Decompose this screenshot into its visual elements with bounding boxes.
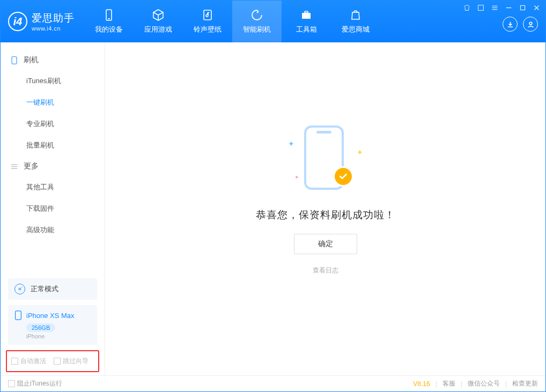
mode-label: 正常模式 bbox=[31, 284, 58, 294]
sidebar-item-advanced[interactable]: 高级功能 bbox=[1, 219, 105, 241]
nav-label: 应用游戏 bbox=[144, 25, 172, 34]
version-label: V8.16 bbox=[413, 380, 430, 388]
nav-label: 工具箱 bbox=[296, 25, 317, 34]
svg-rect-14 bbox=[12, 56, 17, 64]
checkbox-skip-wizard[interactable]: 跳过向导 bbox=[54, 357, 88, 366]
nav-tab-ringtone[interactable]: 铃声壁纸 bbox=[183, 1, 232, 42]
toolbox-icon bbox=[300, 9, 313, 21]
header-right bbox=[463, 1, 545, 32]
sidebar-item-download-firmware[interactable]: 下载固件 bbox=[1, 198, 105, 219]
sidebar-item-pro-flash[interactable]: 专业刷机 bbox=[1, 113, 105, 135]
refresh-icon bbox=[250, 9, 263, 21]
phone-icon bbox=[102, 9, 115, 21]
music-icon bbox=[201, 9, 214, 21]
svg-rect-20 bbox=[16, 311, 21, 320]
maximize-icon[interactable] bbox=[519, 4, 526, 11]
mode-icon bbox=[14, 284, 25, 294]
success-message: 恭喜您，保资料刷机成功啦！ bbox=[256, 208, 395, 222]
nav-tab-device[interactable]: 我的设备 bbox=[84, 1, 134, 42]
check-badge-icon bbox=[333, 166, 353, 187]
svg-rect-3 bbox=[302, 13, 311, 19]
link-check-update[interactable]: 检查更新 bbox=[512, 379, 538, 388]
svg-rect-10 bbox=[520, 5, 525, 10]
sparkle-icon: ✦ bbox=[294, 174, 299, 180]
checkbox-auto-activate[interactable]: 自动激活 bbox=[11, 357, 46, 366]
header-bar: i4 爱思助手 www.i4.cn 我的设备 应用游戏 铃声壁纸 bbox=[1, 1, 545, 42]
nav-tab-apps[interactable]: 应用游戏 bbox=[134, 1, 183, 42]
app-logo: i4 爱思助手 www.i4.cn bbox=[1, 1, 84, 42]
bag-icon bbox=[349, 9, 362, 21]
user-button[interactable] bbox=[523, 17, 538, 32]
sidebar-item-itunes-flash[interactable]: iTunes刷机 bbox=[1, 70, 105, 92]
device-name: iPhone XS Max bbox=[26, 312, 75, 320]
sidebar-item-other-tools[interactable]: 其他工具 bbox=[1, 176, 105, 198]
main-panel: ✦ ✦ ✦ 恭喜您，保资料刷机成功啦！ 确定 查看日志 bbox=[105, 42, 545, 375]
phone-small-icon bbox=[10, 56, 18, 64]
svg-rect-4 bbox=[305, 11, 308, 13]
nav-label: 铃声壁纸 bbox=[194, 25, 222, 34]
nav-tab-store[interactable]: 爱思商城 bbox=[331, 1, 380, 42]
device-storage: 256GB bbox=[26, 323, 55, 332]
menu-icon[interactable] bbox=[491, 4, 498, 11]
logo-mark-icon: i4 bbox=[8, 12, 27, 31]
list-icon bbox=[10, 162, 18, 171]
svg-rect-5 bbox=[478, 5, 483, 10]
status-bar: 阻止iTunes运行 V8.16 | 客服 | 微信公众号 | 检查更新 bbox=[1, 375, 545, 391]
app-url: www.i4.cn bbox=[32, 25, 75, 32]
window-controls bbox=[463, 4, 540, 11]
body: 刷机 iTunes刷机 一键刷机 专业刷机 批量刷机 更多 其他工具 下载固件 … bbox=[1, 42, 545, 375]
view-log-link[interactable]: 查看日志 bbox=[313, 266, 338, 275]
highlighted-options: 自动激活 跳过向导 bbox=[6, 350, 99, 372]
group-title: 刷机 bbox=[24, 55, 39, 65]
svg-point-19 bbox=[21, 287, 22, 287]
nav-tab-toolbox[interactable]: 工具箱 bbox=[282, 1, 331, 42]
sparkle-icon: ✦ bbox=[288, 139, 294, 148]
checkbox-icon bbox=[54, 358, 61, 365]
nav-label: 我的设备 bbox=[95, 25, 123, 34]
nav-label: 爱思商城 bbox=[342, 25, 370, 34]
app-name: 爱思助手 bbox=[32, 11, 75, 25]
checkbox-icon bbox=[8, 380, 15, 387]
box-icon[interactable] bbox=[477, 4, 484, 11]
device-card[interactable]: iPhone XS Max 256GB iPhone bbox=[8, 305, 97, 345]
sparkle-icon: ✦ bbox=[357, 148, 363, 157]
confirm-button[interactable]: 确定 bbox=[294, 234, 357, 254]
group-more: 更多 bbox=[1, 156, 105, 176]
shirt-icon[interactable] bbox=[463, 4, 470, 11]
checkbox-icon bbox=[11, 358, 18, 365]
cube-icon bbox=[152, 9, 165, 21]
svg-point-13 bbox=[529, 22, 532, 25]
sidebar-item-onekey-flash[interactable]: 一键刷机 bbox=[1, 92, 105, 113]
sidebar: 刷机 iTunes刷机 一键刷机 专业刷机 批量刷机 更多 其他工具 下载固件 … bbox=[1, 42, 105, 375]
checkbox-block-itunes[interactable]: 阻止iTunes运行 bbox=[8, 379, 62, 388]
group-flash: 刷机 bbox=[1, 50, 105, 70]
close-icon[interactable] bbox=[533, 4, 540, 11]
mode-card[interactable]: 正常模式 bbox=[8, 278, 97, 300]
success-illustration: ✦ ✦ ✦ bbox=[288, 121, 363, 196]
link-wechat[interactable]: 微信公众号 bbox=[468, 379, 500, 388]
svg-point-18 bbox=[19, 288, 21, 290]
group-title: 更多 bbox=[24, 161, 39, 171]
user-controls bbox=[503, 17, 540, 32]
sidebar-item-batch-flash[interactable]: 批量刷机 bbox=[1, 135, 105, 156]
download-button[interactable] bbox=[503, 17, 518, 32]
nav-tab-flash[interactable]: 智能刷机 bbox=[232, 1, 282, 42]
minimize-icon[interactable] bbox=[505, 4, 512, 11]
link-support[interactable]: 客服 bbox=[442, 379, 455, 388]
nav-label: 智能刷机 bbox=[243, 25, 271, 34]
device-type: iPhone bbox=[26, 333, 91, 339]
device-icon bbox=[14, 310, 22, 320]
nav-tabs: 我的设备 应用游戏 铃声壁纸 智能刷机 工具箱 bbox=[84, 1, 380, 42]
